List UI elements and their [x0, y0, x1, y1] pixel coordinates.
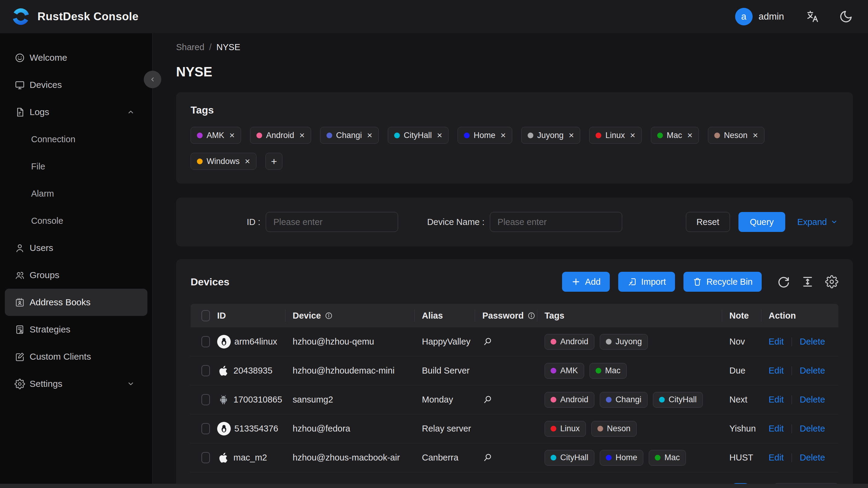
- tag-chip-changi[interactable]: Changi ×: [320, 127, 379, 144]
- tag-label: AMK: [560, 366, 578, 375]
- tag-chip-home[interactable]: Home ×: [458, 127, 512, 144]
- action-divider: [792, 453, 792, 462]
- select-all-checkbox[interactable]: [202, 310, 210, 321]
- query-button[interactable]: Query: [738, 212, 785, 232]
- reveal-password-icon[interactable]: [482, 394, 493, 405]
- sidebar-collapse-button[interactable]: [144, 71, 161, 88]
- tag-chip-amk[interactable]: AMK ×: [191, 127, 241, 144]
- remove-tag-icon[interactable]: ×: [569, 131, 574, 140]
- table-settings-button[interactable]: [825, 275, 838, 288]
- remove-tag-icon[interactable]: ×: [245, 157, 250, 166]
- column-header-device[interactable]: Device: [285, 304, 415, 327]
- tag-label: Linux: [605, 131, 625, 140]
- edit-link[interactable]: Edit: [769, 395, 784, 405]
- sidebar-item-label: Alarm: [31, 189, 54, 199]
- delete-link[interactable]: Delete: [800, 366, 825, 376]
- user-avatar[interactable]: a: [735, 8, 753, 25]
- add-device-button[interactable]: Add: [562, 272, 610, 292]
- row-checkbox[interactable]: [202, 452, 210, 463]
- id-filter-input[interactable]: [266, 212, 398, 232]
- tag-chip-android[interactable]: Android ×: [250, 127, 311, 144]
- page-title: NYSE: [176, 64, 853, 80]
- sidebar-item-connection[interactable]: Connection: [5, 126, 147, 153]
- delete-link[interactable]: Delete: [800, 395, 825, 405]
- remove-tag-icon[interactable]: ×: [687, 131, 693, 140]
- sidebar-item-users[interactable]: Users: [5, 234, 147, 262]
- sidebar-item-settings[interactable]: Settings: [5, 370, 147, 397]
- tag-chip: AMK: [545, 363, 584, 379]
- edit-link[interactable]: Edit: [769, 424, 784, 434]
- edit-link[interactable]: Edit: [769, 337, 784, 347]
- sidebar-item-alarm[interactable]: Alarm: [5, 180, 147, 207]
- tag-chip-neson[interactable]: Neson ×: [708, 127, 765, 144]
- breadcrumb: Shared / NYSE: [176, 42, 853, 52]
- tag-chip-windows[interactable]: Windows ×: [191, 153, 256, 170]
- delete-link[interactable]: Delete: [800, 337, 825, 347]
- linux-os-icon: [217, 422, 231, 435]
- expand-link[interactable]: Expand: [797, 217, 838, 227]
- user-name[interactable]: admin: [759, 11, 784, 22]
- sidebar-item-groups[interactable]: Groups: [5, 262, 147, 289]
- dark-mode-toggle-icon[interactable]: [839, 10, 853, 24]
- add-tag-button[interactable]: +: [266, 153, 282, 170]
- remove-tag-icon[interactable]: ×: [500, 131, 506, 140]
- row-tags: AMK Mac: [537, 363, 722, 379]
- device-alias: Build Server: [422, 366, 470, 376]
- remove-tag-icon[interactable]: ×: [229, 131, 235, 140]
- sidebar-item-address-books[interactable]: Address Books: [5, 289, 147, 316]
- sidebar-item-devices[interactable]: Devices: [5, 71, 147, 98]
- devices-card-title: Devices: [191, 276, 229, 288]
- delete-link[interactable]: Delete: [800, 424, 825, 434]
- devices-card: Devices Add Import Recycle Bin: [176, 259, 853, 484]
- row-checkbox[interactable]: [202, 394, 210, 405]
- recycle-bin-button[interactable]: Recycle Bin: [683, 272, 762, 292]
- reset-button[interactable]: Reset: [686, 212, 730, 232]
- device-id: mac_m2: [234, 453, 267, 463]
- tag-chip-cityhall[interactable]: CityHall ×: [388, 127, 449, 144]
- import-button[interactable]: Import: [618, 272, 675, 292]
- sidebar-item-welcome[interactable]: Welcome: [5, 44, 147, 71]
- refresh-button[interactable]: [777, 275, 790, 288]
- reveal-password-icon[interactable]: [482, 452, 493, 463]
- sidebar-item-custom-clients[interactable]: Custom Clients: [5, 343, 147, 370]
- device-note: Nov: [730, 337, 745, 347]
- device-note: Due: [730, 366, 745, 376]
- remove-tag-icon[interactable]: ×: [299, 131, 305, 140]
- delete-link[interactable]: Delete: [800, 453, 825, 463]
- tag-color-dot: [197, 158, 203, 164]
- info-icon: [325, 312, 333, 320]
- device-name-filter-input[interactable]: [490, 212, 622, 232]
- row-checkbox[interactable]: [202, 336, 210, 347]
- row-height-button[interactable]: [801, 275, 814, 288]
- tag-chip-mac[interactable]: Mac ×: [651, 127, 699, 144]
- reveal-password-icon[interactable]: [482, 336, 493, 347]
- column-header-id[interactable]: ID: [210, 304, 285, 327]
- import-icon: [627, 277, 637, 286]
- row-tags: CityHall Home Mac: [537, 450, 722, 466]
- remove-tag-icon[interactable]: ×: [630, 131, 636, 140]
- sidebar-item-console[interactable]: Console: [5, 207, 147, 234]
- bottom-strip: [0, 484, 868, 488]
- remove-tag-icon[interactable]: ×: [437, 131, 442, 140]
- edit-link[interactable]: Edit: [769, 453, 784, 463]
- column-header-password[interactable]: Password: [475, 304, 537, 327]
- remove-tag-icon[interactable]: ×: [753, 131, 758, 140]
- tag-chip-linux[interactable]: Linux ×: [589, 127, 642, 144]
- remove-tag-icon[interactable]: ×: [367, 131, 372, 140]
- tag-label: Neson: [724, 131, 747, 140]
- sidebar-item-label: Address Books: [30, 297, 91, 307]
- trash-icon: [692, 277, 702, 286]
- row-checkbox[interactable]: [202, 365, 210, 376]
- language-icon[interactable]: [806, 10, 820, 24]
- tag-chip-juyong[interactable]: Juyong ×: [521, 127, 581, 144]
- column-header-alias[interactable]: Alias: [415, 304, 475, 327]
- breadcrumb-parent[interactable]: Shared: [176, 42, 205, 52]
- sidebar-item-file[interactable]: File: [5, 153, 147, 180]
- column-header-note[interactable]: Note: [722, 304, 762, 327]
- tag-label: Changi: [616, 395, 642, 404]
- sidebar-item-logs[interactable]: Logs: [5, 98, 147, 126]
- row-checkbox[interactable]: [202, 423, 210, 434]
- edit-link[interactable]: Edit: [769, 366, 784, 376]
- column-header-tags[interactable]: Tags: [537, 304, 722, 327]
- sidebar-item-strategies[interactable]: Strategies: [5, 316, 147, 343]
